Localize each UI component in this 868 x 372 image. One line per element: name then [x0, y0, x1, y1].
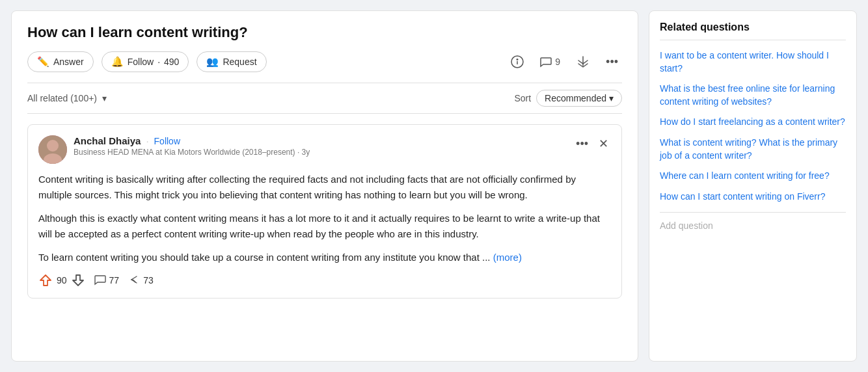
- related-question-link-4[interactable]: Where can I learn content writing for fr…: [660, 170, 830, 181]
- svg-point-2: [517, 59, 518, 60]
- main-panel: How can I learn content writing? ✏️ Answ…: [11, 10, 638, 362]
- related-question-item: Where can I learn content writing for fr…: [660, 170, 846, 183]
- filter-bar: All related (100+) ▾ Sort Recommended ▾: [27, 83, 622, 114]
- filter-label: All related (100+): [27, 93, 97, 103]
- request-icon: 👥: [206, 56, 219, 68]
- answer-header: Anchal Dhaiya · Follow Business HEAD MEN…: [38, 135, 611, 164]
- sort-button[interactable]: Recommended ▾: [536, 90, 622, 107]
- page-layout: How can I learn content writing? ✏️ Answ…: [11, 10, 857, 362]
- question-title: How can I learn content writing?: [27, 24, 622, 41]
- action-bar: ✏️ Answer 🔔 Follow · 490 👥 Request: [27, 51, 622, 72]
- sidebar: Related questions I want to be a content…: [649, 10, 857, 362]
- comment-button[interactable]: 9: [536, 53, 564, 71]
- answer-paragraph-3: To learn content writing you should take…: [38, 250, 611, 265]
- related-question-link-0[interactable]: I want to be a content writer. How shoul…: [660, 50, 829, 73]
- author-info: Anchal Dhaiya · Follow Business HEAD MEN…: [74, 135, 567, 157]
- answer-footer: 90 77: [38, 273, 611, 287]
- answer-button[interactable]: ✏️ Answer: [27, 51, 94, 72]
- svg-point-4: [47, 140, 59, 152]
- info-button[interactable]: [507, 53, 528, 71]
- avatar: [38, 135, 67, 164]
- answer-icon: ✏️: [37, 56, 49, 68]
- upvote-group: 90: [38, 273, 85, 287]
- answer-paragraph-2: Although this is exactly what content wr…: [38, 211, 611, 242]
- downvote-answer-button[interactable]: [71, 273, 85, 287]
- related-question-link-1[interactable]: What is the best free online site for le…: [660, 83, 835, 107]
- sort-label: Sort: [514, 93, 531, 103]
- answer-paragraph-1: Content writing is basically writing aft…: [38, 172, 611, 203]
- related-question-link-5[interactable]: How can I start content writing on Fiver…: [660, 191, 825, 202]
- card-actions: ••• ✕: [573, 135, 611, 152]
- more-options-button[interactable]: •••: [602, 53, 622, 72]
- follow-button[interactable]: 🔔 Follow · 490: [102, 51, 189, 72]
- card-close-button[interactable]: ✕: [596, 135, 611, 152]
- related-question-link-2[interactable]: How do I start freelancing as a content …: [660, 116, 845, 127]
- sidebar-title: Related questions: [660, 21, 846, 40]
- add-question[interactable]: Add question: [660, 212, 846, 231]
- downvote-button[interactable]: [572, 52, 594, 72]
- related-question-item: What is content writing? What is the pri…: [660, 137, 846, 162]
- answer-card: Anchal Dhaiya · Follow Business HEAD MEN…: [27, 124, 622, 299]
- more-link[interactable]: (more): [493, 252, 522, 263]
- related-question-item: How do I start freelancing as a content …: [660, 116, 846, 129]
- upvote-count: 90: [57, 275, 67, 286]
- comment-group[interactable]: 77: [94, 274, 120, 286]
- card-more-button[interactable]: •••: [573, 136, 591, 152]
- author-name-row: Anchal Dhaiya · Follow: [74, 135, 567, 146]
- related-questions-list: I want to be a content writer. How shoul…: [660, 49, 846, 203]
- related-question-link-3[interactable]: What is content writing? What is the pri…: [660, 137, 837, 161]
- related-question-item: I want to be a content writer. How shoul…: [660, 49, 846, 75]
- author-meta: Business HEAD MENA at Kia Motors Worldwi…: [74, 148, 567, 157]
- upvote-button[interactable]: [38, 273, 53, 287]
- follow-icon: 🔔: [111, 56, 124, 68]
- request-button[interactable]: 👥 Request: [197, 51, 266, 72]
- related-question-item: How can I start content writing on Fiver…: [660, 191, 846, 204]
- author-follow-link[interactable]: Follow: [154, 136, 180, 146]
- answer-text: Content writing is basically writing aft…: [38, 172, 611, 265]
- related-question-item: What is the best free online site for le…: [660, 83, 846, 108]
- author-name: Anchal Dhaiya: [74, 135, 141, 146]
- share-group[interactable]: 73: [128, 274, 154, 286]
